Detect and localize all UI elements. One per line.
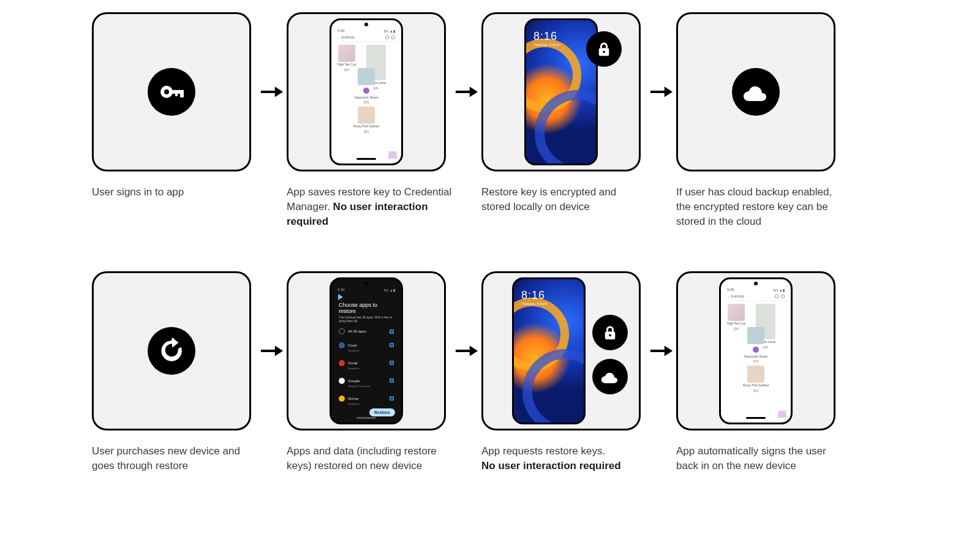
box-request-keys: 8:16 Tuesday, 6 April: [481, 271, 641, 430]
step-apps-restored: 9:30 5G ▲▮ Choose apps to restore Your b…: [287, 271, 452, 473]
caption-save-key: App saves restore key to Credential Mana…: [287, 185, 452, 228]
arrow-icon: [647, 12, 676, 171]
product-item: Rusty Pink Satchel $62: [727, 366, 785, 393]
product-item: Hopscotch Shoes $78: [337, 68, 395, 105]
favorite-badge: [753, 347, 759, 353]
product-grid: High Tea Cup $30 3K Olive Lamp $34: [725, 301, 787, 395]
caption-apps-restored: Apps and data (including restore keys) r…: [287, 444, 452, 473]
lockscreen-time: 8:16 Tuesday, 6 April: [521, 289, 547, 306]
step-auto-signin: 9:30 5G ▲▮ ⬦ SHRINE High Tea Cup $30: [676, 271, 842, 473]
step-cloud-backup: If user has cloud backup enabled, the en…: [676, 12, 842, 228]
phone-statusbar: 9:30 5G ▲▮: [335, 288, 398, 293]
lockscreen-time: 8:16 Tuesday, 6 April: [533, 30, 559, 47]
caption-request-keys: App requests restore keys. No user inter…: [481, 444, 647, 473]
status-time: 9:30: [337, 288, 345, 292]
restore-header: [335, 293, 398, 302]
restore-subtitle: Your backup has 26 apps. Pick a few or b…: [335, 314, 398, 326]
phone-restore-apps: 9:30 5G ▲▮ Choose apps to restore Your b…: [330, 277, 403, 424]
phone-app-shrine: 9:30 5G ▲▮ ⬦ SHRINE High Tea Cup $30: [719, 277, 793, 424]
step-save-key: 9:30 5G ▲▮ ⬦ SHRINE High Tea Cup $30: [287, 12, 452, 228]
product-item: Hopscotch Shoes $78: [727, 327, 785, 364]
caption-auto-signin: App automatically signs the user back in…: [676, 444, 842, 473]
cloud-icon: [732, 68, 780, 116]
app-title: ⬦ SHRINE: [727, 295, 744, 298]
status-network: 5G ▲▮: [383, 288, 395, 292]
status-time: 9:30: [727, 288, 734, 292]
flow-row-2: User purchases new device and goes throu…: [92, 271, 888, 473]
restore-app-row: ClockGoogle Inc.: [335, 336, 398, 354]
restore-app-row: GoogleGoogle (3 accounts): [335, 372, 398, 389]
phone-app-header: ⬦ SHRINE: [335, 34, 398, 42]
phone-app-header: ⬦ SHRINE: [725, 293, 787, 301]
box-key-icon: [92, 12, 251, 171]
status-network: 5G ▲▮: [773, 288, 785, 292]
arrow-icon: [452, 271, 481, 430]
box-restore-phone: 9:30 5G ▲▮ Choose apps to restore Your b…: [287, 271, 446, 430]
restore-app-row: ShrineGoogle Inc.: [335, 389, 398, 407]
flow-row-1: User signs in to app 9:30 5G ▲▮ ⬦ SHRINE: [92, 12, 888, 228]
phone-lockscreen: 8:16 Tuesday, 6 April: [512, 277, 586, 424]
caption-cloud-backup: If user has cloud backup enabled, the en…: [676, 185, 842, 228]
cart-icon: [388, 151, 398, 159]
phone-statusbar: 9:30 5G ▲▮: [725, 288, 787, 293]
cloud-icon: [592, 359, 628, 394]
box-sync-icon: [92, 271, 251, 430]
app-title: ⬦ SHRINE: [337, 36, 355, 39]
status-network: 5G ▲▮: [383, 29, 395, 33]
restore-button[interactable]: Restore: [369, 408, 395, 416]
lock-icon: [586, 31, 622, 67]
phone-statusbar: 9:30 5G ▲▮: [335, 29, 398, 34]
key-icon: [148, 68, 195, 116]
favorite-badge: [363, 88, 369, 94]
caption-encrypt-local: Restore key is encrypted and stored loca…: [481, 185, 647, 214]
restore-title: Choose apps to restore: [335, 302, 398, 314]
caption-signin: User signs in to app: [92, 185, 257, 200]
product-item: Rusty Pink Satchel $62: [337, 107, 395, 133]
restore-app-row: GmailGoogle Inc.: [335, 354, 398, 372]
step-signin: User signs in to app: [92, 12, 257, 200]
box-locked-phone: 8:16 Tuesday, 6 April: [481, 12, 641, 171]
header-icons: [775, 295, 785, 298]
step-encrypt-local: 8:16 Tuesday, 6 April Restore key is enc…: [481, 12, 647, 214]
caption-new-device: User purchases new device and goes throu…: [92, 444, 257, 473]
box-app-phone-restored: 9:30 5G ▲▮ ⬦ SHRINE High Tea Cup $30: [676, 271, 835, 430]
arrow-icon: [452, 12, 481, 171]
product-grid: High Tea Cup $30 3K Olive Lamp $34: [335, 42, 398, 136]
header-icons: [385, 36, 395, 39]
box-cloud-icon: [676, 12, 835, 171]
arrow-icon: [257, 271, 287, 430]
phone-app-shrine: 9:30 5G ▲▮ ⬦ SHRINE High Tea Cup $30: [330, 18, 403, 165]
status-time: 9:30: [337, 29, 345, 33]
arrow-icon: [647, 271, 676, 430]
step-request-keys: 8:16 Tuesday, 6 April App requests resto…: [481, 271, 647, 473]
step-new-device: User purchases new device and goes throu…: [92, 271, 257, 473]
play-icon: [338, 294, 343, 300]
lock-icon: [592, 315, 628, 350]
box-app-phone: 9:30 5G ▲▮ ⬦ SHRINE High Tea Cup $30: [287, 12, 446, 171]
arrow-icon: [257, 12, 287, 171]
restore-all-row: All 26 apps: [335, 326, 398, 336]
sync-icon: [148, 327, 195, 375]
cart-icon: [777, 410, 787, 418]
